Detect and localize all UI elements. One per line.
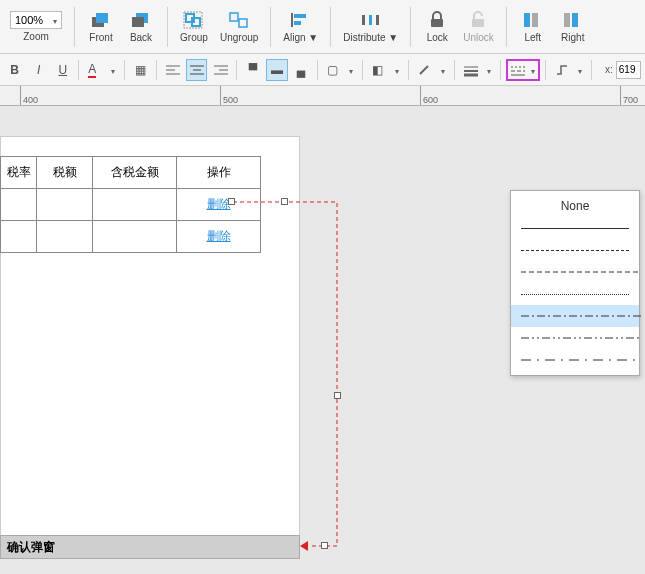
svg-rect-4 <box>132 17 144 27</box>
ruler-tick: 400 <box>20 86 38 105</box>
ruler-tick: 700 <box>620 86 638 105</box>
line-style-none[interactable]: None <box>511 195 639 217</box>
line-style-sparse-dash-dot[interactable] <box>511 349 639 371</box>
connector-handle[interactable] <box>228 198 235 205</box>
align-icon <box>289 10 313 30</box>
table-row[interactable]: 删除 <box>1 221 261 253</box>
ruler-tick: 500 <box>220 86 238 105</box>
distribute-button[interactable]: Distribute ▼ <box>337 8 404 45</box>
modal-footer-widget[interactable]: 确认弹窗 <box>0 535 300 559</box>
zoom-value: 100% <box>15 14 43 26</box>
col-amount: 含税金额 <box>93 157 177 189</box>
connector-handle[interactable] <box>281 198 288 205</box>
main-toolbar: 100% Zoom Front Back Group <box>0 0 645 54</box>
underline-button[interactable]: U <box>52 59 73 81</box>
align-left-button[interactable]: Left <box>513 8 553 45</box>
align-left-icon <box>521 10 545 30</box>
distribute-icon <box>359 10 383 30</box>
line-width-button[interactable] <box>460 59 495 81</box>
line-style-button[interactable] <box>506 59 541 81</box>
line-style-dotted[interactable] <box>511 283 639 305</box>
style-toolbar: B I U A ▦ ▀ ▬ ▄ ▢ ◧ x: 619 <box>0 54 645 86</box>
fill-color-button[interactable]: ▢ <box>323 59 358 81</box>
svg-rect-20 <box>564 13 570 27</box>
x-coord-label: x: <box>605 64 613 75</box>
connector-handle[interactable] <box>321 542 328 549</box>
svg-rect-8 <box>230 13 238 21</box>
svg-rect-21 <box>572 13 578 27</box>
delete-link[interactable]: 删除 <box>207 197 231 211</box>
align-button[interactable]: Align ▼ <box>277 8 324 45</box>
zoom-label: Zoom <box>23 31 49 42</box>
svg-rect-9 <box>239 19 247 27</box>
modal-title: 确认弹窗 <box>7 539 55 556</box>
group-icon <box>182 10 206 30</box>
chevron-down-icon <box>53 14 57 26</box>
front-button[interactable]: Front <box>81 8 121 45</box>
line-style-solid[interactable] <box>511 217 639 239</box>
svg-rect-18 <box>524 13 530 27</box>
opacity-button[interactable]: ◧ <box>368 59 403 81</box>
back-icon <box>129 10 153 30</box>
bold-button[interactable]: B <box>4 59 25 81</box>
italic-button[interactable]: I <box>28 59 49 81</box>
svg-rect-19 <box>532 13 538 27</box>
valign-middle-button[interactable]: ▬ <box>266 59 287 81</box>
back-button[interactable]: Back <box>121 8 161 45</box>
text-align-left-button[interactable] <box>162 59 183 81</box>
svg-rect-15 <box>376 15 379 25</box>
valign-bottom-button[interactable]: ▄ <box>291 59 312 81</box>
border-color-button[interactable] <box>414 59 449 81</box>
data-table[interactable]: 税率 税额 含税金额 操作 删除 删除 <box>0 156 261 253</box>
connector-arrow-icon <box>300 541 308 551</box>
table-row[interactable]: 删除 <box>1 189 261 221</box>
lock-icon <box>425 10 449 30</box>
svg-rect-13 <box>362 15 365 25</box>
line-style-dense-dash[interactable] <box>511 261 639 283</box>
table-header-row: 税率 税额 含税金额 操作 <box>1 157 261 189</box>
text-align-right-button[interactable] <box>210 59 231 81</box>
font-color-button[interactable]: A <box>84 59 119 81</box>
x-coord-value[interactable]: 619 <box>616 61 641 79</box>
valign-top-button[interactable]: ▀ <box>242 59 263 81</box>
svg-rect-12 <box>294 21 301 25</box>
line-style-dash-dot-dot[interactable] <box>511 327 639 349</box>
col-action: 操作 <box>177 157 261 189</box>
group-button[interactable]: Group <box>174 8 214 45</box>
lock-button[interactable]: Lock <box>417 8 457 45</box>
delete-link[interactable]: 删除 <box>207 229 231 243</box>
align-right-button[interactable]: Right <box>553 8 593 45</box>
svg-rect-11 <box>294 14 306 18</box>
ungroup-icon <box>227 10 251 30</box>
unlock-icon <box>466 10 490 30</box>
line-style-dash-dot[interactable] <box>511 305 639 327</box>
unknown-format-button[interactable]: ▦ <box>130 59 151 81</box>
svg-rect-17 <box>472 19 484 27</box>
svg-rect-16 <box>431 19 443 27</box>
front-icon <box>89 10 113 30</box>
align-right-icon <box>561 10 585 30</box>
connector-handle[interactable] <box>334 392 341 399</box>
text-align-center-button[interactable] <box>186 59 207 81</box>
unlock-button[interactable]: Unlock <box>457 8 500 45</box>
connector-type-button[interactable] <box>551 59 586 81</box>
col-rate: 税率 <box>1 157 37 189</box>
ungroup-button[interactable]: Ungroup <box>214 8 264 45</box>
col-tax: 税额 <box>37 157 93 189</box>
line-style-dropdown[interactable]: None <box>510 190 640 376</box>
design-canvas[interactable]: 税率 税额 含税金额 操作 删除 删除 确认弹窗 None <box>0 106 645 574</box>
horizontal-ruler: 400 500 600 700 800 <box>0 86 645 106</box>
line-style-long-dash[interactable] <box>511 239 639 261</box>
ruler-tick: 600 <box>420 86 438 105</box>
svg-rect-14 <box>369 15 372 25</box>
zoom-control[interactable]: 100% Zoom <box>4 9 68 44</box>
svg-rect-2 <box>96 13 108 23</box>
